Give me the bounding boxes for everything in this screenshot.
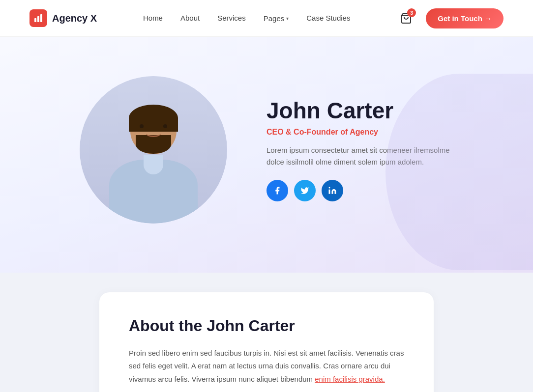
linkedin-button[interactable] — [322, 180, 343, 201]
social-links — [266, 180, 453, 201]
logo-bars-icon — [33, 13, 43, 23]
twitter-icon — [300, 186, 309, 195]
brand-logo[interactable]: Agency X — [30, 9, 97, 27]
about-section: About the John Carter Proin sed libero e… — [0, 273, 533, 392]
person-title: CEO & Co-Founder of Agency — [266, 128, 453, 137]
brand-icon — [30, 9, 47, 27]
person-eye-right — [163, 124, 167, 128]
cta-label: Get in Touch → — [438, 14, 492, 23]
person-smile — [146, 130, 161, 137]
cart-badge: 3 — [407, 8, 416, 17]
about-paragraph-1: Proin sed libero enim sed faucibus turpi… — [129, 347, 404, 386]
linkedin-icon — [328, 186, 337, 195]
cart-button[interactable]: 3 — [396, 8, 416, 28]
get-in-touch-button[interactable]: Get in Touch → — [426, 8, 503, 28]
about-heading: About the John Carter — [129, 317, 404, 335]
svg-rect-1 — [37, 16, 39, 22]
svg-rect-0 — [34, 18, 36, 22]
nav-actions: 3 Get in Touch → — [396, 8, 503, 28]
nav-pages[interactable]: Pages ▾ — [264, 14, 289, 23]
hero-content: John Carter CEO & Co-Founder of Agency L… — [266, 98, 453, 202]
nav-home[interactable]: Home — [143, 14, 163, 22]
person-beard — [136, 135, 171, 154]
nav-services[interactable]: Services — [217, 14, 246, 22]
avatar — [80, 76, 227, 224]
person-bio: Lorem ipsum consectetur amet sit comenee… — [266, 144, 453, 168]
hero-section: John Carter CEO & Co-Founder of Agency L… — [0, 37, 533, 273]
person-name: John Carter — [266, 98, 453, 123]
nav-case-studies[interactable]: Case Studies — [306, 14, 350, 22]
svg-rect-2 — [40, 14, 42, 22]
navbar: Agency X Home About Services Pages ▾ Cas… — [0, 0, 533, 37]
hero-wrapper: John Carter CEO & Co-Founder of Agency L… — [0, 37, 533, 273]
nav-pages-label: Pages — [264, 14, 285, 23]
person-eye-left — [140, 124, 144, 128]
facebook-icon — [273, 186, 282, 195]
twitter-button[interactable] — [294, 180, 316, 201]
about-para-1-link[interactable]: enim facilisis gravida. — [315, 375, 385, 383]
person-hair — [129, 105, 178, 132]
nav-about[interactable]: About — [180, 14, 200, 22]
facebook-button[interactable] — [266, 180, 288, 201]
avatar-container — [80, 76, 227, 224]
brand-name: Agency X — [52, 13, 97, 24]
person-collar — [144, 155, 163, 174]
svg-point-4 — [329, 187, 330, 189]
nav-links: Home About Services Pages ▾ Case Studies — [143, 14, 351, 23]
chevron-down-icon: ▾ — [286, 16, 289, 21]
about-card: About the John Carter Proin sed libero e… — [99, 292, 434, 392]
